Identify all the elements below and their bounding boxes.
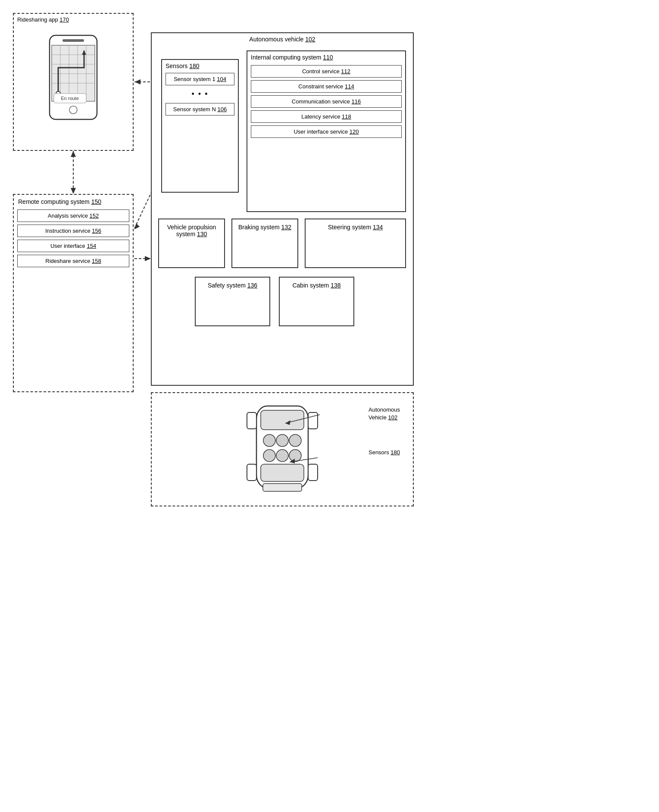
- user-interface-service-box: User interface service 120: [251, 125, 402, 138]
- steering-system-box: Steering system 134: [305, 219, 406, 268]
- svg-rect-40: [308, 464, 318, 481]
- phone-illustration: En route: [45, 33, 101, 124]
- sensor-system-1-box: Sensor system 1 104: [166, 73, 234, 85]
- svg-point-30: [263, 434, 275, 447]
- svg-rect-38: [308, 412, 318, 429]
- av-car-label: AutonomousVehicle 102: [369, 406, 400, 422]
- braking-system-label: Braking system 132: [232, 219, 297, 235]
- svg-rect-29: [261, 464, 304, 481]
- braking-system-box: Braking system 132: [231, 219, 298, 268]
- internal-computing-label: Internal computing system 110: [247, 51, 405, 62]
- ridesharing-app-box: Ridesharing app 170: [13, 13, 134, 151]
- instruction-service-box: Instruction service 156: [17, 225, 129, 237]
- svg-rect-37: [247, 412, 256, 429]
- remote-computing-label: Remote computing system 150: [14, 195, 133, 207]
- constraint-service-box: Constraint service 114: [251, 80, 402, 93]
- diagram-container: Ridesharing app 170: [9, 9, 422, 509]
- sensors-car-label: Sensors 180: [369, 449, 400, 456]
- svg-marker-4: [145, 256, 151, 261]
- svg-rect-12: [62, 39, 84, 42]
- ridesharing-app-label: Ridesharing app 170: [17, 16, 136, 23]
- analysis-service-box: Analysis service 152: [17, 209, 129, 222]
- safety-system-label: Safety system 136: [196, 278, 269, 293]
- vehicle-propulsion-label: Vehicle propulsion system 130: [159, 219, 224, 242]
- svg-rect-28: [261, 410, 304, 430]
- svg-point-26: [69, 106, 77, 114]
- user-interface-box: User interface 154: [17, 240, 129, 252]
- cabin-system-label: Cabin system 138: [280, 278, 353, 293]
- car-section-box: AutonomousVehicle 102 Sensors 180: [151, 392, 414, 506]
- svg-marker-2: [71, 151, 76, 157]
- svg-rect-36: [263, 484, 302, 491]
- av-label: Autonomous vehicle 102: [152, 33, 413, 44]
- svg-point-32: [289, 434, 301, 447]
- autonomous-vehicle-box: Autonomous vehicle 102 Sensors 180 Senso…: [151, 32, 414, 386]
- safety-system-box: Safety system 136: [195, 277, 270, 326]
- svg-point-34: [276, 450, 288, 462]
- svg-point-35: [289, 450, 301, 462]
- remote-computing-box: Remote computing system 150 Analysis ser…: [13, 194, 134, 392]
- svg-marker-7: [134, 79, 141, 84]
- cabin-system-box: Cabin system 138: [279, 277, 354, 326]
- car-illustration: [239, 397, 325, 501]
- svg-text:En route: En route: [61, 96, 79, 101]
- sensors-box: Sensors 180 Sensor system 1 104 • • • Se…: [161, 59, 239, 193]
- svg-point-31: [276, 434, 288, 447]
- vehicle-propulsion-box: Vehicle propulsion system 130: [158, 219, 225, 268]
- svg-point-33: [263, 450, 275, 462]
- sensor-dots: • • •: [162, 88, 238, 100]
- svg-rect-39: [247, 464, 256, 481]
- steering-system-label: Steering system 134: [306, 219, 405, 235]
- svg-marker-1: [71, 188, 76, 194]
- sensors-label: Sensors 180: [162, 60, 238, 70]
- latency-service-box: Latency service 118: [251, 110, 402, 123]
- control-service-box: Control service 112: [251, 65, 402, 78]
- sensor-system-n-box: Sensor system N 106: [166, 103, 234, 116]
- internal-computing-box: Internal computing system 110 Control se…: [247, 50, 406, 212]
- svg-marker-10: [134, 223, 140, 229]
- communication-service-box: Communication service 116: [251, 95, 402, 108]
- rideshare-service-box: Rideshare service 158: [17, 255, 129, 267]
